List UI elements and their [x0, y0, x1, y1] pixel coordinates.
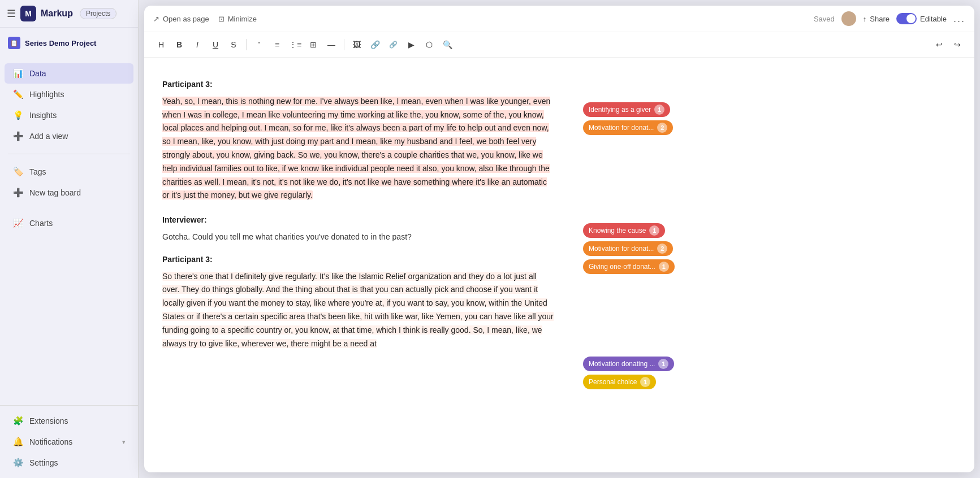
- sidebar-project-section: 📋 Series Demo Project: [0, 28, 138, 58]
- new-tag-board-icon: ➕: [12, 188, 24, 198]
- tags-panel: Identifying as a giver 1 Motivation for …: [574, 58, 738, 472]
- share-icon: ↑: [863, 15, 867, 23]
- format-bold-button[interactable]: B: [171, 37, 187, 53]
- sidebar-item-notifications[interactable]: 🔔 Notifications ▾: [5, 432, 133, 452]
- tag-identifying-as-giver[interactable]: Identifying as a giver 1: [583, 102, 670, 117]
- tag-group-2-spacer: [583, 148, 729, 221]
- hamburger-icon[interactable]: ☰: [7, 7, 16, 20]
- format-search-button[interactable]: 🔍: [439, 37, 455, 53]
- open-as-page-label: Open as page: [163, 15, 209, 23]
- sidebar-item-charts[interactable]: 📈 Charts: [5, 213, 133, 233]
- document-content: Participant 3: Yeah, so, I mean, this is…: [144, 58, 974, 472]
- share-button[interactable]: ↑ Share: [863, 15, 890, 23]
- format-underline-button[interactable]: U: [208, 37, 223, 53]
- tag-motivation-donat-1[interactable]: Motivation for donat... 2: [583, 120, 673, 135]
- data-icon: 📊: [12, 68, 24, 79]
- format-toolbar: H B I U S " ≡ ⋮≡ ⊞ — 🖼 🔗 🔗 ▶ ⬡ 🔍 ↩ ↪: [144, 32, 974, 58]
- format-image-button[interactable]: 🖼: [349, 37, 365, 53]
- format-url-button[interactable]: 🔗: [385, 37, 401, 53]
- sidebar-item-extensions-label: Extensions: [29, 416, 68, 425]
- tag-identifying-label: Identifying as a giver: [589, 106, 651, 114]
- tag-knowing-cause-label: Knowing the cause: [589, 227, 646, 234]
- charts-icon: 📈: [12, 218, 24, 228]
- format-italic-button[interactable]: I: [189, 37, 205, 53]
- logo-icon: M: [20, 6, 36, 21]
- format-table-button[interactable]: ⊞: [305, 37, 321, 53]
- app-name: Markup: [41, 8, 73, 19]
- format-strikethrough-button[interactable]: S: [226, 37, 241, 53]
- tag-giving-one-off-label: Giving one-off donat...: [589, 263, 655, 271]
- redo-button[interactable]: ↪: [949, 37, 965, 53]
- fmt-sep-2: [344, 39, 344, 50]
- sidebar-item-data[interactable]: 📊 Data: [5, 63, 133, 84]
- editable-label: Editable: [920, 15, 947, 23]
- format-quote-button[interactable]: ": [251, 37, 267, 53]
- tag-personal-choice[interactable]: Personal choice 1: [583, 375, 656, 389]
- project-name: Series Demo Project: [25, 39, 96, 47]
- sidebar-item-data-label: Data: [29, 69, 46, 78]
- add-view-icon: ➕: [12, 131, 24, 141]
- tag-knowing-cause-badge: 1: [649, 225, 659, 236]
- document-text[interactable]: Participant 3: Yeah, so, I mean, this is…: [144, 58, 574, 472]
- tag-group-2: Knowing the cause 1 Motivation for donat…: [583, 148, 729, 276]
- sidebar-item-settings[interactable]: ⚙️ Settings: [5, 453, 133, 473]
- sidebar-charts-section: 📈 Charts: [0, 208, 138, 238]
- sidebar-item-highlights[interactable]: ✏️ Highlights: [5, 84, 133, 105]
- tag-motivation-donat-2[interactable]: Motivation for donat... 2: [583, 241, 673, 256]
- sidebar-item-tags-label: Tags: [29, 167, 46, 176]
- undo-button[interactable]: ↩: [931, 37, 947, 53]
- sidebar-divider-1: [8, 154, 130, 154]
- open-as-page-button[interactable]: ↗ Open as page: [153, 15, 209, 23]
- tag-group-3-spacer: [583, 287, 729, 355]
- format-numbered-button[interactable]: ⋮≡: [287, 37, 303, 53]
- sidebar: ☰ M Markup Projects 📋 Series Demo Projec…: [0, 0, 139, 478]
- sidebar-bottom: 🧩 Extensions 🔔 Notifications ▾ ⚙️ Settin…: [0, 405, 138, 478]
- modal-topbar-left: ↗ Open as page ⊡ Minimize: [153, 15, 257, 23]
- sidebar-item-extensions[interactable]: 🧩 Extensions: [5, 411, 133, 431]
- more-button[interactable]: ...: [953, 13, 965, 25]
- settings-icon: ⚙️: [12, 458, 24, 468]
- projects-badge[interactable]: Projects: [80, 8, 116, 19]
- tag-knowing-cause[interactable]: Knowing the cause 1: [583, 223, 665, 238]
- format-video-button[interactable]: ▶: [403, 37, 419, 53]
- tag-motivation-donating[interactable]: Motivation donating ... 1: [583, 357, 674, 371]
- sidebar-item-tags[interactable]: 🏷️ Tags: [5, 162, 133, 182]
- notifications-chevron-icon: ▾: [122, 438, 126, 446]
- format-shape-button[interactable]: ⬡: [421, 37, 437, 53]
- sidebar-nav-section: 📊 Data ✏️ Highlights 💡 Insights ➕ Add a …: [0, 58, 138, 151]
- format-h-button[interactable]: H: [153, 37, 169, 53]
- highlight-2: So there's one that I definitely give re…: [162, 272, 554, 348]
- notifications-icon: 🔔: [12, 437, 24, 447]
- sidebar-item-new-tag-board-label: New tag board: [29, 188, 81, 197]
- tag-motivation-donat-2-badge: 2: [657, 244, 667, 254]
- editable-toggle[interactable]: Editable: [896, 13, 947, 24]
- sidebar-item-new-tag-board[interactable]: ➕ New tag board: [5, 182, 133, 203]
- interviewer-label: Interviewer:: [162, 214, 556, 227]
- document-modal: ↗ Open as page ⊡ Minimize Saved ↑ Share …: [144, 6, 974, 472]
- modal-topbar: ↗ Open as page ⊡ Minimize Saved ↑ Share …: [144, 6, 974, 32]
- tag-motivation-donat-1-badge: 2: [657, 123, 667, 133]
- tag-motivation-donat-1-label: Motivation for donat...: [589, 124, 654, 132]
- tag-giving-one-off[interactable]: Giving one-off donat... 1: [583, 259, 675, 274]
- tag-personal-choice-label: Personal choice: [589, 378, 637, 386]
- sidebar-item-insights[interactable]: 💡 Insights: [5, 105, 133, 125]
- format-bullet-button[interactable]: ≡: [269, 37, 285, 53]
- minimize-button[interactable]: ⊡ Minimize: [218, 15, 257, 23]
- open-as-page-icon: ↗: [153, 15, 159, 23]
- tags-icon: 🏷️: [12, 167, 24, 177]
- main-area: ? 🔔 👤 ⊞ Data group ⚗ Filter ↕ Sort 0 👁: [139, 0, 980, 478]
- doc-avatar: [841, 11, 856, 26]
- tag-group-1: Identifying as a giver 1 Motivation for …: [583, 67, 729, 137]
- sidebar-project-item[interactable]: 📋 Series Demo Project: [0, 32, 138, 54]
- tag-group-3: Motivation donating ... 1 Personal choic…: [583, 287, 729, 391]
- share-label: Share: [870, 15, 890, 23]
- format-divider-button[interactable]: —: [323, 37, 339, 53]
- sidebar-item-add-view-label: Add a view: [29, 132, 68, 141]
- paragraph-2: So there's one that I definitely give re…: [162, 270, 556, 351]
- toggle-switch[interactable]: [896, 13, 917, 24]
- minimize-label: Minimize: [228, 15, 257, 23]
- project-icon: 📋: [8, 37, 20, 49]
- format-link-button[interactable]: 🔗: [367, 37, 383, 53]
- sidebar-item-charts-label: Charts: [29, 219, 53, 228]
- sidebar-item-add-view[interactable]: ➕ Add a view: [5, 126, 133, 146]
